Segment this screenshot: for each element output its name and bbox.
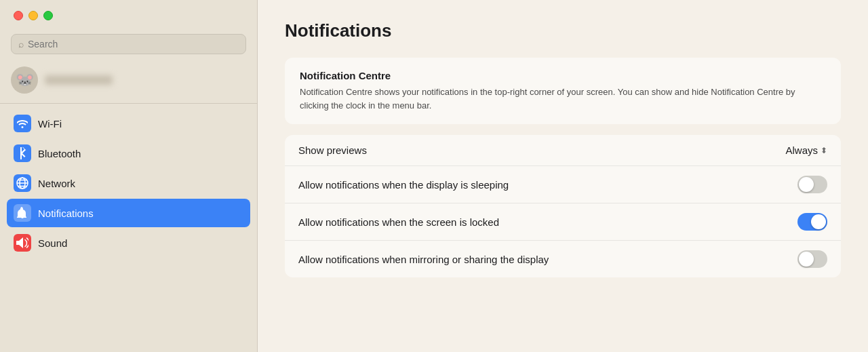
user-row[interactable]: 🐭 [0,64,257,102]
sidebar-item-wifi[interactable]: Wi-Fi [7,109,250,138]
toggle-knob [799,177,814,192]
sidebar: ⌕ 🐭 Wi-Fi Bluet [0,0,258,352]
show-previews-select[interactable]: Always ⬍ [785,144,827,156]
notification-centre-description: Notification Centre shows your notificat… [300,85,826,112]
show-previews-label: Show previews [298,144,367,156]
toggle-knob [799,252,814,267]
display-sleeping-toggle[interactable] [797,176,827,193]
notifications-icon [14,204,31,222]
user-name [45,75,113,85]
close-button[interactable] [14,11,23,20]
display-sleeping-row: Allow notifications when the display is … [285,166,841,203]
sidebar-item-label: Network [38,178,75,189]
notification-centre-heading: Notification Centre [300,70,826,81]
network-icon [14,174,31,192]
previews-value: Always [785,144,818,156]
notification-settings-card: Show previews Always ⬍ Allow notificatio… [285,135,841,277]
window-controls [0,0,257,28]
mirroring-toggle[interactable] [797,250,827,268]
select-arrows-icon: ⬍ [821,146,827,155]
toggle-knob [811,214,826,229]
screen-locked-row: Allow notifications when the screen is l… [285,203,841,241]
sidebar-item-notifications[interactable]: Notifications [7,199,250,227]
mirroring-label: Allow notifications when mirroring or sh… [298,254,549,265]
avatar: 🐭 [11,66,38,94]
search-bar[interactable]: ⌕ [11,34,246,54]
screen-locked-label: Allow notifications when the screen is l… [298,216,499,228]
sound-icon [14,234,31,252]
main-content: Notifications Notification Centre Notifi… [258,0,868,352]
display-sleeping-label: Allow notifications when the display is … [298,179,509,191]
maximize-button[interactable] [43,11,53,20]
sidebar-item-bluetooth[interactable]: Bluetooth [7,139,250,168]
sidebar-nav: Wi-Fi Bluetooth Network [0,105,257,261]
sidebar-item-label: Sound [38,237,67,249]
minimize-button[interactable] [28,11,38,20]
bluetooth-icon [14,144,31,162]
notification-centre-card: Notification Centre Notification Centre … [285,58,841,124]
wifi-icon [14,115,31,132]
mirroring-row: Allow notifications when mirroring or sh… [285,241,841,277]
sidebar-item-label: Bluetooth [38,148,81,159]
page-title: Notifications [285,20,841,41]
search-icon: ⌕ [18,39,24,50]
screen-locked-toggle[interactable] [797,213,827,231]
sidebar-item-network[interactable]: Network [7,169,250,197]
sidebar-divider [0,103,257,104]
sidebar-item-label: Wi-Fi [38,118,62,130]
search-input[interactable] [28,39,239,50]
sidebar-item-label: Notifications [38,208,94,219]
sidebar-item-sound[interactable]: Sound [7,229,250,257]
show-previews-row: Show previews Always ⬍ [285,135,841,166]
